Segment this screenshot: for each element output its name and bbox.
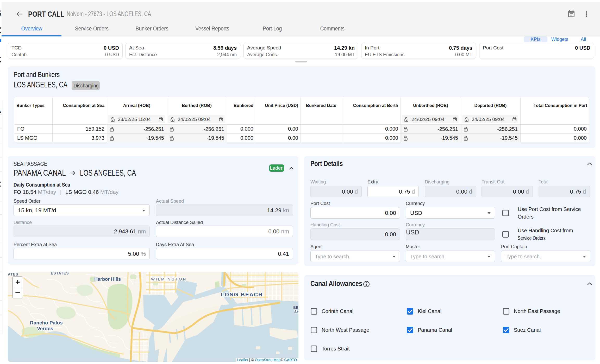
svg-text:LONG BEACH: LONG BEACH	[221, 291, 263, 297]
svg-text:Verdes: Verdes	[37, 326, 53, 331]
svg-text:Harbor Hills: Harbor Hills	[94, 277, 121, 282]
svg-text:WILMINGTON: WILMINGTON	[151, 277, 187, 281]
svg-text:ATES: ATES	[8, 272, 18, 276]
svg-text:ESTATES: ESTATES	[51, 272, 69, 275]
svg-text:Rancho Palos: Rancho Palos	[30, 320, 63, 325]
svg-text:BELN: BELN	[293, 305, 298, 310]
svg-text:SH›: SH›	[294, 310, 298, 314]
